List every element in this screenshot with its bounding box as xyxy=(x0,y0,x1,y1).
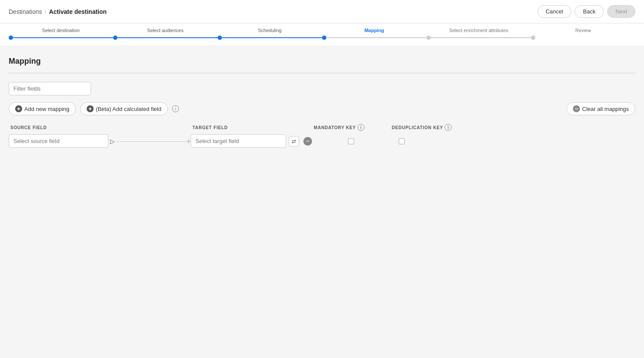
step-2-label: Select audiences xyxy=(147,28,184,33)
action-left: + Add new mapping + (Beta) Add calculate… xyxy=(9,102,179,115)
arrow-head xyxy=(188,139,191,143)
add-calculated-button[interactable]: + (Beta) Add calculated field xyxy=(80,102,168,115)
header-buttons: Cancel Back Next xyxy=(537,5,635,18)
add-mapping-icon: + xyxy=(15,105,22,112)
step-5-label: Select enrichment attributes xyxy=(449,28,508,33)
arrow-area: ▷ xyxy=(108,135,191,148)
dedup-key-header: DEDUPLICATION KEY i xyxy=(392,124,634,131)
step-2-dot xyxy=(113,36,117,40)
steps-container: Select destination Select audiences Sche… xyxy=(9,28,635,40)
step-4-label: Mapping xyxy=(364,28,384,33)
target-field-input[interactable] xyxy=(191,134,286,148)
mapping-title: Mapping xyxy=(9,57,635,66)
step-3-line xyxy=(222,37,322,38)
mapping-table: SOURCE FIELD TARGET FIELD MANDATORY KEY … xyxy=(9,124,635,148)
progress-bar: Select destination Select audiences Sche… xyxy=(0,23,644,46)
source-field-wrap: ▷ xyxy=(9,134,191,148)
arrow-line xyxy=(117,141,191,142)
clear-all-button[interactable]: − Clear all mappings xyxy=(566,102,635,115)
breadcrumb: Destinations › Activate destination xyxy=(9,8,107,15)
step-3-dot xyxy=(218,36,222,40)
arrow-cursor-icon: ▷ xyxy=(110,138,115,145)
step-5-dot xyxy=(426,36,431,40)
filter-fields-input[interactable] xyxy=(9,82,91,95)
source-field-header: SOURCE FIELD xyxy=(10,125,192,130)
dedup-col xyxy=(390,138,635,144)
step-6-dot xyxy=(531,36,535,40)
header: Destinations › Activate destination Canc… xyxy=(0,0,644,23)
step-1-label: Select destination xyxy=(42,28,80,33)
step-1-dot xyxy=(9,36,13,40)
action-row: + Add new mapping + (Beta) Add calculate… xyxy=(9,102,635,115)
dedup-info-icon[interactable]: i xyxy=(445,124,452,131)
add-mapping-label: Add new mapping xyxy=(24,106,69,112)
step-4-dot xyxy=(322,36,326,40)
next-button: Next xyxy=(607,5,635,18)
mandatory-checkbox[interactable] xyxy=(348,138,354,144)
step-4-line xyxy=(326,37,426,38)
table-row: ▷ ⇄ − xyxy=(9,134,635,148)
main-content: Mapping + Add new mapping + (Beta) Add c… xyxy=(0,46,644,160)
divider xyxy=(9,73,635,73)
clear-all-icon: − xyxy=(573,105,580,112)
cancel-button[interactable]: Cancel xyxy=(537,5,571,18)
step-5-line xyxy=(431,37,531,38)
remove-row-icon[interactable]: − xyxy=(303,137,312,146)
breadcrumb-separator: › xyxy=(45,9,46,15)
step-1-line xyxy=(13,37,113,38)
breadcrumb-destinations-link[interactable]: Destinations xyxy=(9,8,42,15)
add-calculated-label: (Beta) Add calculated field xyxy=(96,106,161,112)
mandatory-key-header: MANDATORY KEY i xyxy=(314,124,392,131)
step-scheduling: Scheduling xyxy=(218,28,322,40)
step-select-audiences: Select audiences xyxy=(113,28,218,40)
step-enrichment: Select enrichment attributes xyxy=(426,28,531,40)
mandatory-info-icon[interactable]: i xyxy=(358,124,364,131)
source-field-input[interactable] xyxy=(9,134,108,148)
mandatory-col xyxy=(312,138,390,144)
step-mapping: Mapping xyxy=(322,28,426,40)
swap-fields-icon[interactable]: ⇄ xyxy=(289,136,299,146)
table-header: SOURCE FIELD TARGET FIELD MANDATORY KEY … xyxy=(9,124,635,131)
clear-all-label: Clear all mappings xyxy=(582,106,629,112)
breadcrumb-current: Activate destination xyxy=(49,8,107,15)
add-mapping-button[interactable]: + Add new mapping xyxy=(9,102,76,115)
step-review: Review xyxy=(531,28,635,40)
calculated-info-icon[interactable]: i xyxy=(172,105,179,112)
step-select-destination: Select destination xyxy=(9,28,113,40)
target-field-wrap: ⇄ − xyxy=(191,134,312,148)
back-button[interactable]: Back xyxy=(575,5,604,18)
step-3-label: Scheduling xyxy=(258,28,281,33)
step-6-label: Review xyxy=(575,28,591,33)
step-2-line xyxy=(117,37,218,38)
dedup-checkbox[interactable] xyxy=(399,138,405,144)
target-field-header: TARGET FIELD xyxy=(192,125,314,130)
add-calculated-icon: + xyxy=(87,105,94,112)
